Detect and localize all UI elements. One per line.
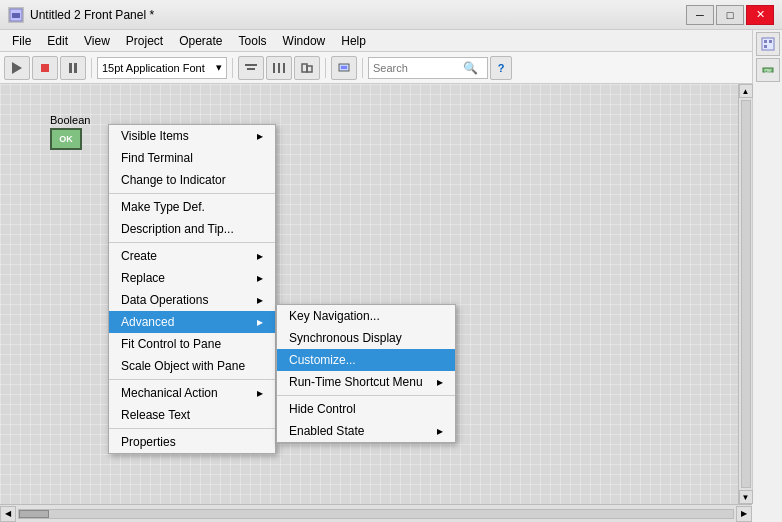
ctx-replace-arrow: ▸ — [257, 271, 263, 285]
menu-window[interactable]: Window — [275, 32, 334, 50]
maximize-button[interactable]: □ — [716, 5, 744, 25]
scroll-track-vertical[interactable] — [741, 100, 751, 488]
scroll-down-button[interactable]: ▼ — [739, 490, 753, 504]
align-button[interactable] — [238, 56, 264, 80]
ctx-advanced[interactable]: Advanced ▸ — [109, 311, 275, 333]
ctx-description[interactable]: Description and Tip... — [109, 218, 275, 240]
sub-enabled-state[interactable]: Enabled State ▸ — [277, 420, 455, 442]
boolean-control: Boolean OK — [50, 114, 90, 150]
sub-sync-display[interactable]: Synchronous Display — [277, 327, 455, 349]
ctx-sep-4 — [109, 428, 275, 429]
search-input[interactable] — [373, 62, 463, 74]
separator-1 — [91, 58, 92, 78]
svg-rect-8 — [273, 63, 275, 73]
menu-file[interactable]: File — [4, 32, 39, 50]
svg-rect-14 — [341, 66, 347, 69]
right-scrollbar[interactable]: ▲ ▼ — [738, 84, 752, 504]
ctx-advanced-label: Advanced — [121, 315, 174, 329]
ctx-replace[interactable]: Replace ▸ — [109, 267, 275, 289]
menu-view[interactable]: View — [76, 32, 118, 50]
app-icon — [8, 7, 24, 23]
window-title: Untitled 2 Front Panel * — [30, 8, 154, 22]
sub-key-nav-label: Key Navigation... — [289, 309, 380, 323]
svg-rect-10 — [283, 63, 285, 73]
svg-rect-15 — [762, 38, 774, 50]
sub-customize[interactable]: Customize... — [277, 349, 455, 371]
ctx-mechanical[interactable]: Mechanical Action ▸ — [109, 382, 275, 404]
svg-rect-18 — [764, 45, 767, 48]
separator-3 — [325, 58, 326, 78]
ctx-visible-items[interactable]: Visible Items ▸ — [109, 125, 275, 147]
separator-4 — [362, 58, 363, 78]
distribute-button[interactable] — [266, 56, 292, 80]
ctx-data-ops[interactable]: Data Operations ▸ — [109, 289, 275, 311]
help-button[interactable]: ? — [490, 56, 512, 80]
close-button[interactable]: ✕ — [746, 5, 774, 25]
font-selector[interactable]: 15pt Application Font ▾ — [97, 57, 227, 79]
ctx-scale-object[interactable]: Scale Object with Pane — [109, 355, 275, 377]
svg-rect-12 — [307, 66, 312, 72]
sub-hide-control[interactable]: Hide Control — [277, 398, 455, 420]
canvas-area: Boolean OK Visible Items ▸ Find Terminal… — [0, 84, 752, 504]
ctx-create[interactable]: Create ▸ — [109, 245, 275, 267]
menu-operate[interactable]: Operate — [171, 32, 230, 50]
grid-background: Boolean OK Visible Items ▸ Find Terminal… — [0, 84, 752, 504]
sub-sync-display-label: Synchronous Display — [289, 331, 402, 345]
reorder-button[interactable] — [331, 56, 357, 80]
svg-rect-5 — [74, 63, 77, 73]
svg-rect-9 — [278, 63, 280, 73]
sub-shortcut-menu[interactable]: Run-Time Shortcut Menu ▸ — [277, 371, 455, 393]
sub-enabled-state-label: Enabled State — [289, 424, 364, 438]
boolean-button[interactable]: OK — [50, 128, 82, 150]
ctx-fit-control-label: Fit Control to Pane — [121, 337, 221, 351]
menu-tools[interactable]: Tools — [231, 32, 275, 50]
search-container[interactable]: 🔍 — [368, 57, 488, 79]
ctx-make-type[interactable]: Make Type Def. — [109, 196, 275, 218]
svg-text:OK: OK — [764, 68, 772, 74]
ctx-sep-3 — [109, 379, 275, 380]
svg-rect-4 — [69, 63, 72, 73]
sub-hide-control-label: Hide Control — [289, 402, 356, 416]
ctx-change-indicator[interactable]: Change to Indicator — [109, 169, 275, 191]
ctx-replace-label: Replace — [121, 271, 165, 285]
ctx-create-arrow: ▸ — [257, 249, 263, 263]
ctx-sep-1 — [109, 193, 275, 194]
minimize-button[interactable]: ─ — [686, 5, 714, 25]
ctx-mechanical-label: Mechanical Action — [121, 386, 218, 400]
ctx-properties-label: Properties — [121, 435, 176, 449]
run-button[interactable] — [4, 56, 30, 80]
search-icon[interactable]: 🔍 — [463, 61, 478, 75]
scroll-right-button[interactable]: ▶ — [736, 506, 752, 522]
title-bar: Untitled 2 Front Panel * ─ □ ✕ — [0, 0, 782, 30]
ctx-properties[interactable]: Properties — [109, 431, 275, 453]
svg-rect-3 — [41, 64, 49, 72]
svg-rect-7 — [247, 68, 255, 70]
ctx-release-text[interactable]: Release Text — [109, 404, 275, 426]
svg-rect-6 — [245, 64, 257, 66]
pause-button[interactable] — [60, 56, 86, 80]
ctx-visible-items-label: Visible Items — [121, 129, 189, 143]
menu-edit[interactable]: Edit — [39, 32, 76, 50]
ctx-create-label: Create — [121, 249, 157, 263]
menu-help[interactable]: Help — [333, 32, 374, 50]
sub-shortcut-menu-label: Run-Time Shortcut Menu — [289, 375, 423, 389]
resize-button[interactable] — [294, 56, 320, 80]
bottom-scrollbar[interactable]: ◀ ▶ — [0, 504, 752, 522]
scroll-left-button[interactable]: ◀ — [0, 506, 16, 522]
menu-project[interactable]: Project — [118, 32, 171, 50]
svg-rect-1 — [12, 13, 20, 18]
sub-key-nav[interactable]: Key Navigation... — [277, 305, 455, 327]
ctx-data-ops-label: Data Operations — [121, 293, 208, 307]
scroll-track-horizontal[interactable] — [18, 509, 734, 519]
abort-button[interactable] — [32, 56, 58, 80]
ctx-make-type-label: Make Type Def. — [121, 200, 205, 214]
separator-2 — [232, 58, 233, 78]
title-bar-left: Untitled 2 Front Panel * — [8, 7, 154, 23]
side-btn-1[interactable] — [756, 32, 780, 56]
ctx-find-terminal[interactable]: Find Terminal — [109, 147, 275, 169]
ctx-fit-control[interactable]: Fit Control to Pane — [109, 333, 275, 355]
scroll-up-button[interactable]: ▲ — [739, 84, 753, 98]
svg-marker-2 — [12, 62, 22, 74]
side-btn-2[interactable]: OK — [756, 58, 780, 82]
ctx-sep-2 — [109, 242, 275, 243]
